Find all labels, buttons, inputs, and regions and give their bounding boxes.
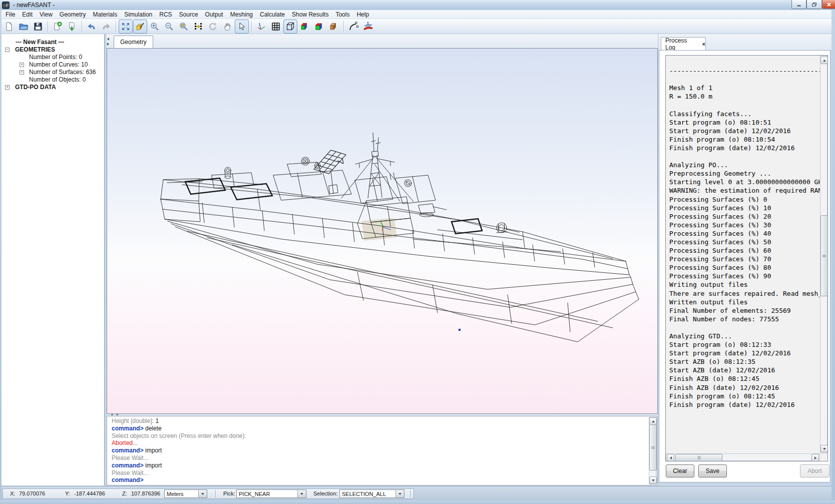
log-line: Start AZB (date) 12/02/2016 [669, 366, 828, 374]
command-prompt: command> [112, 462, 144, 469]
minimize-button[interactable] [791, 0, 806, 9]
undo-button[interactable] [85, 20, 99, 34]
units-value: Meters [165, 491, 198, 497]
menu-item-rcs[interactable]: RCS [156, 11, 175, 19]
restore-button[interactable] [806, 0, 822, 9]
scroll-down-button[interactable] [649, 476, 657, 484]
selection-dropdown[interactable]: SELECTION_ALL [339, 489, 404, 498]
scroll-right-icon [814, 456, 816, 459]
fit-view-button[interactable] [119, 20, 133, 34]
scroll-up-button[interactable] [820, 57, 828, 64]
menu-item-help[interactable]: Help [353, 11, 372, 19]
log-line: Final Number of nodes: 77555 [669, 315, 828, 323]
select-cursor-icon [237, 22, 247, 32]
log-hscroll-thumb[interactable] [675, 454, 722, 461]
panel-splitter-arrows[interactable] [107, 38, 109, 46]
title-bar[interactable]: n F - newFASANT - [0, 0, 835, 11]
log-line [669, 152, 828, 161]
surface-tool-button[interactable] [361, 20, 375, 34]
curve-tool-button[interactable] [346, 20, 360, 34]
select-button[interactable] [235, 20, 249, 34]
menu-item-tools[interactable]: Tools [332, 11, 353, 19]
log-line: Finish AZB (date) 12/02/2016 [669, 383, 828, 392]
open-button[interactable] [17, 20, 31, 34]
abort-button[interactable]: Abort [800, 464, 829, 477]
scroll-up-button[interactable] [649, 417, 657, 425]
save-button[interactable] [31, 20, 45, 34]
menu-item-file[interactable]: File [2, 11, 19, 19]
tree-item-gtd-po-data[interactable]: +GTD-PO DATA [2, 84, 104, 91]
rotate-view-button[interactable] [206, 20, 220, 34]
expand-icon[interactable]: + [5, 85, 10, 90]
scroll-left-button[interactable] [667, 454, 674, 461]
move-view-button[interactable] [191, 20, 205, 34]
menu-item-show-results[interactable]: Show Results [288, 11, 332, 19]
menu-item-materials[interactable]: Materials [90, 11, 121, 19]
console-scroll-thumb[interactable] [649, 424, 657, 470]
menu-item-simulation[interactable]: Simulation [121, 11, 156, 19]
log-vscrollbar[interactable] [820, 56, 827, 453]
zoom-window-button[interactable] [177, 20, 191, 34]
import-page-button[interactable] [65, 20, 79, 34]
collapse-icon[interactable]: − [5, 48, 10, 52]
menu-item-meshing[interactable]: Meshing [227, 11, 256, 19]
log-line: Processing Surfaces (%) 90 [669, 272, 828, 280]
process-log-output[interactable]: ----------------------------------------… [665, 55, 828, 461]
log-line: Start program (o) 08:10:51 [669, 118, 828, 127]
app-icon: n F [2, 2, 10, 9]
zoom-out-icon [164, 22, 174, 32]
menu-item-output[interactable]: Output [202, 11, 227, 19]
solid-cube-button[interactable] [327, 20, 341, 34]
grid-button[interactable] [269, 20, 283, 34]
menu-item-edit[interactable]: Edit [19, 11, 36, 19]
wireframe-cube-button[interactable] [283, 20, 297, 34]
new-page-plus-button[interactable] [51, 20, 65, 34]
shaded-cube-rgb-button[interactable] [298, 20, 312, 34]
tab-geometry[interactable]: Geometry [114, 36, 153, 49]
menu-item-source[interactable]: Source [176, 11, 202, 19]
scroll-down-icon [823, 448, 826, 450]
pick-dropdown[interactable]: PICK_NEAR [236, 489, 306, 498]
expand-icon[interactable]: + [20, 70, 24, 75]
scroll-down-button[interactable] [820, 445, 828, 452]
tree-item-new-fasant[interactable]: --- New Fasant --- [2, 39, 104, 46]
geometry-viewport[interactable] [107, 48, 658, 414]
command-console[interactable]: Height [double]: 1command> deleteSelect … [107, 416, 657, 485]
surface-tool-icon [362, 21, 374, 32]
console-line: Aborted... [112, 439, 246, 447]
shaded-cube-rgb-icon [300, 22, 310, 32]
tab-process-log[interactable]: Process Log × [661, 37, 706, 50]
tree-item-geometries[interactable]: −GEOMETRIES [2, 46, 104, 54]
save-log-button[interactable]: Save [698, 464, 727, 477]
menu-item-geometry[interactable]: Geometry [56, 11, 90, 19]
tree-item-number-of-curves[interactable]: +Number of Curves: 10 [2, 61, 104, 69]
x-coordinate-label: X: [10, 490, 15, 496]
tree-item-number-of-surfaces[interactable]: +Number of Surfaces: 636 [2, 69, 104, 76]
clear-button[interactable]: Clear [666, 464, 694, 477]
menu-item-view[interactable]: View [36, 11, 56, 19]
redo-button[interactable] [99, 20, 113, 34]
log-vscroll-thumb[interactable] [820, 215, 828, 296]
status-bar: X: 79.070076 Y: -187.444786 Z: 107.87639… [0, 486, 835, 501]
console-scrollbar[interactable] [649, 417, 656, 484]
shaded-cube-green-button[interactable] [312, 20, 326, 34]
units-dropdown[interactable]: Meters [164, 489, 207, 498]
log-hscrollbar[interactable] [666, 453, 820, 461]
scroll-up-icon [652, 420, 655, 422]
scroll-left-icon [670, 456, 672, 459]
scroll-right-button[interactable] [811, 454, 819, 461]
menu-item-calculate[interactable]: Calculate [256, 11, 288, 19]
zoom-in-button[interactable] [148, 20, 162, 34]
close-button[interactable] [822, 0, 835, 9]
console-line: command> import [112, 447, 246, 454]
view-3d-extrude-button[interactable] [133, 20, 147, 34]
expand-icon[interactable]: + [20, 63, 24, 67]
close-tab-icon[interactable]: × [702, 41, 705, 47]
axes-button[interactable] [254, 20, 268, 34]
zoom-out-button[interactable] [162, 20, 176, 34]
tree-item-number-of-objects[interactable]: Number of Objects: 0 [2, 76, 104, 84]
new-file-button[interactable] [2, 20, 16, 34]
tree-item-number-of-points[interactable]: Number of Points: 0 [2, 54, 104, 61]
dropdown-arrow-icon [198, 490, 207, 497]
pan-button[interactable] [220, 20, 234, 34]
